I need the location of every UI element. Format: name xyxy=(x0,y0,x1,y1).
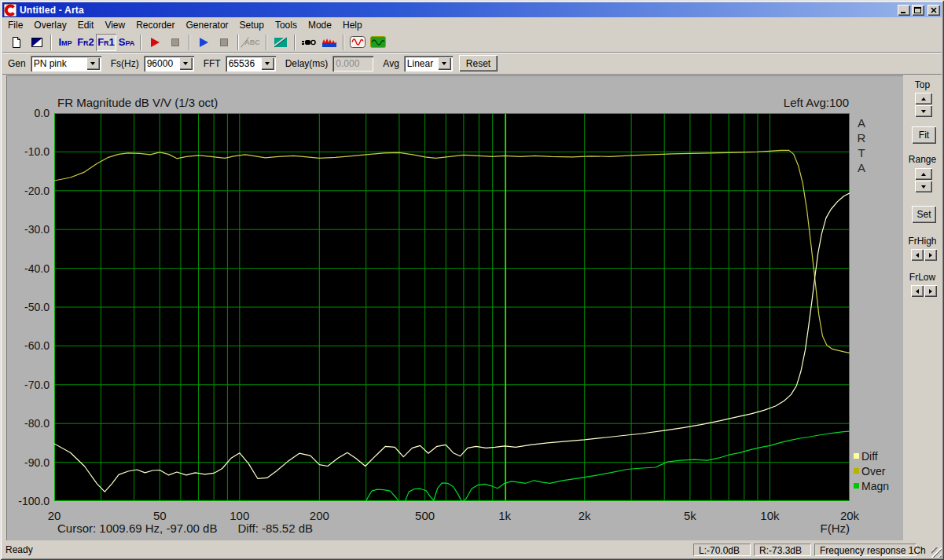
level-meter-button[interactable] xyxy=(299,34,319,51)
top-down-button[interactable] xyxy=(915,105,932,117)
nyquist-button[interactable] xyxy=(270,34,291,51)
minimize-button[interactable] xyxy=(898,5,910,16)
channel-average-info: Left Avg:100 xyxy=(784,96,849,109)
menu-item-recorder[interactable]: Recorder xyxy=(130,18,180,32)
frlow-label: FrLow xyxy=(903,272,942,283)
chevron-down-icon[interactable] xyxy=(86,57,100,70)
x-tick-label: 20k xyxy=(830,509,869,522)
gen-label: Gen xyxy=(8,58,26,69)
new-document-icon xyxy=(10,36,23,49)
calibrate-abc-button: ABC xyxy=(242,34,263,51)
arta-watermark: ARTA xyxy=(855,115,868,175)
arta-window: Untitled - Arta FileOverlayEditViewRecor… xyxy=(0,0,944,560)
averaging-select[interactable]: Linear xyxy=(404,56,453,71)
legend-label: Over xyxy=(861,465,885,478)
x-tick-label: 500 xyxy=(406,509,445,522)
plot-area[interactable] xyxy=(54,113,850,501)
fr2-mode-button[interactable]: Fr2 xyxy=(75,34,96,51)
legend-swatch-diff xyxy=(854,453,859,459)
frhigh-label: FrHigh xyxy=(903,236,942,247)
fr2-label: Fr2 xyxy=(77,36,94,48)
client-area: FR Magnitude dB V/V (1/3 oct) Left Avg:1… xyxy=(2,75,942,541)
arrow-down-icon xyxy=(921,185,926,188)
play-button[interactable] xyxy=(193,34,214,51)
legend-item-magn: Magn xyxy=(854,478,889,493)
menu-item-tools[interactable]: Tools xyxy=(270,18,303,32)
green-wave-icon xyxy=(370,36,386,48)
chart-title: FR Magnitude dB V/V (1/3 oct) xyxy=(57,96,218,109)
frhigh-right-button[interactable] xyxy=(924,249,937,261)
fit-button[interactable]: Fit xyxy=(912,126,936,144)
signal-generator-button[interactable] xyxy=(347,34,368,51)
y-tick-label: -90.0 xyxy=(7,456,50,469)
menu-item-overlay[interactable]: Overlay xyxy=(28,18,72,32)
reset-button[interactable]: Reset xyxy=(459,55,498,71)
watermark-letter: T xyxy=(855,145,868,160)
legend-item-over: Over xyxy=(854,463,889,478)
new-file-button[interactable] xyxy=(6,34,27,51)
top-label: Top xyxy=(903,79,942,90)
sample-rate-select[interactable]: 96000 xyxy=(144,56,194,71)
x-tick-label: 5k xyxy=(670,509,710,522)
watermark-letter: A xyxy=(855,115,868,130)
frhigh-left-button[interactable] xyxy=(911,249,924,261)
title-bar[interactable]: Untitled - Arta xyxy=(2,2,942,17)
stop-button xyxy=(214,34,234,51)
y-tick-label: -60.0 xyxy=(7,339,50,352)
range-up-button[interactable] xyxy=(915,168,932,180)
spa-mode-button[interactable]: Spa xyxy=(116,34,137,51)
resize-grip[interactable] xyxy=(931,547,942,558)
fr1-mode-button[interactable]: Fr1 xyxy=(96,34,116,51)
menu-item-mode[interactable]: Mode xyxy=(303,18,337,32)
menu-item-edit[interactable]: Edit xyxy=(72,18,100,32)
split-square-icon xyxy=(31,36,43,49)
y-tick-label: -40.0 xyxy=(7,262,50,275)
microphone-probe-icon xyxy=(302,37,316,48)
stop-icon xyxy=(171,38,179,46)
smoothing-button[interactable] xyxy=(368,34,388,51)
frlow-left-button[interactable] xyxy=(911,285,924,297)
arrow-right-icon xyxy=(929,253,932,258)
fs-label: Fs(Hz) xyxy=(111,58,139,69)
arrow-right-icon xyxy=(929,289,932,294)
chevron-down-icon[interactable] xyxy=(179,57,193,70)
mode-indicator: Frequency response 1Ch xyxy=(814,544,916,556)
fft-size-select[interactable]: 65536 xyxy=(226,56,276,71)
x-tick-label: 1k xyxy=(485,509,524,522)
toolbar-separator xyxy=(237,35,239,50)
status-text: Ready xyxy=(2,543,693,557)
close-button[interactable] xyxy=(927,5,940,16)
sample-rate-value: 96000 xyxy=(144,56,178,71)
maximize-button[interactable] xyxy=(912,5,924,16)
watermark-letter: R xyxy=(855,130,868,145)
color-setup-button[interactable] xyxy=(27,34,47,51)
set-button[interactable]: Set xyxy=(912,206,936,223)
range-down-button[interactable] xyxy=(915,181,932,192)
top-up-button[interactable] xyxy=(915,93,932,104)
menu-item-file[interactable]: File xyxy=(2,18,28,32)
menu-item-setup[interactable]: Setup xyxy=(234,18,270,32)
chevron-down-icon[interactable] xyxy=(438,57,451,70)
menu-item-view[interactable]: View xyxy=(99,18,130,32)
menu-item-generator[interactable]: Generator xyxy=(181,18,234,32)
record-start-button[interactable] xyxy=(145,34,165,51)
y-tick-label: -50.0 xyxy=(7,301,50,313)
x-tick-label: 100 xyxy=(220,509,259,522)
generator-value: PN pink xyxy=(31,56,85,71)
impulse-mode-button[interactable]: Imp xyxy=(55,34,75,51)
measurement-controls-bar: Gen PN pink Fs(Hz) 96000 FFT 65536 Delay… xyxy=(2,53,942,75)
arrow-up-icon xyxy=(921,173,926,176)
watermark-letter: A xyxy=(855,160,868,175)
generator-select[interactable]: PN pink xyxy=(31,56,101,71)
frlow-right-button[interactable] xyxy=(924,285,937,297)
spectrum-button[interactable] xyxy=(319,34,340,51)
x-axis-label: F(Hz) xyxy=(787,522,850,535)
chart-window: FR Magnitude dB V/V (1/3 oct) Left Avg:1… xyxy=(6,75,903,540)
fr-plot-svg xyxy=(54,113,850,501)
y-tick-label: 0.0 xyxy=(7,107,50,119)
menu-item-help[interactable]: Help xyxy=(337,18,368,32)
range-label: Range xyxy=(903,154,942,165)
y-tick-label: -100.0 xyxy=(7,495,50,507)
chevron-down-icon[interactable] xyxy=(261,57,274,70)
arrow-down-icon xyxy=(921,110,926,113)
